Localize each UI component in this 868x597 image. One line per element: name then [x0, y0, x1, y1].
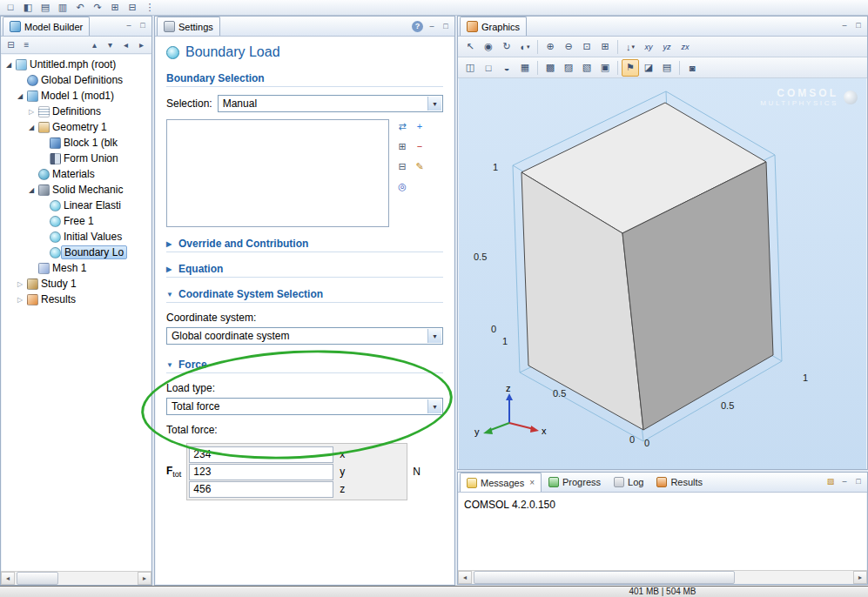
graphics-canvas[interactable]: z x y 10.5010.5000.51 COMSOL MULTIPHYSIC…: [459, 78, 866, 469]
scroll-thumb[interactable]: [17, 572, 58, 585]
scroll-left-icon[interactable]: ◂: [1, 572, 15, 585]
minimize-panel-icon[interactable]: –: [839, 477, 850, 486]
select-icon[interactable]: ↖: [461, 38, 479, 56]
collapse-arrow-icon[interactable]: ◢: [27, 186, 36, 194]
maximize-panel-icon[interactable]: □: [441, 22, 451, 31]
section-force[interactable]: ▼ Force: [166, 359, 443, 373]
scene-light-icon[interactable]: ◐▾: [516, 38, 534, 56]
zoom-to-selection-icon[interactable]: ◎: [394, 179, 410, 195]
open-file-icon[interactable]: ◧: [20, 1, 36, 14]
tree-item-materials[interactable]: Materials: [2, 166, 151, 182]
force-value-input[interactable]: 123: [189, 464, 333, 480]
section-override-and-contribution[interactable]: ▶ Override and Contribution: [166, 238, 443, 252]
selection-dropdown[interactable]: Manual ▼: [218, 95, 443, 112]
tree-menu-icon[interactable]: ≡: [20, 40, 33, 50]
expand-arrow-icon[interactable]: ▷: [27, 108, 36, 116]
tree-item-initial-values[interactable]: Initial Values: [2, 229, 151, 245]
tree-item-boundary-lo[interactable]: Boundary Lo: [2, 245, 151, 260]
tree-item-model-1-mod1[interactable]: ◢Model 1 (mod1): [2, 88, 151, 104]
move-up-icon[interactable]: ▴: [88, 40, 101, 50]
tab-messages[interactable]: Messages×: [460, 473, 542, 492]
collapse-arrow-icon[interactable]: ◢: [16, 92, 24, 100]
select-boundaries-icon[interactable]: ▨: [560, 59, 577, 77]
collapse-arrow-icon[interactable]: ◢: [27, 124, 36, 131]
tab-log[interactable]: Log: [608, 473, 649, 492]
paste-selection-icon[interactable]: ⊟: [394, 159, 410, 175]
maximize-panel-icon[interactable]: □: [138, 21, 148, 30]
click-and-hide-icon[interactable]: ◫: [461, 59, 479, 77]
select-points-icon[interactable]: ▣: [596, 59, 614, 77]
transparency-icon[interactable]: ◒: [498, 59, 515, 77]
load-type-dropdown[interactable]: Total force ▼: [166, 398, 443, 415]
coordinate-system-dropdown[interactable]: Global coordinate system ▼: [166, 327, 443, 345]
close-tab-icon[interactable]: ×: [529, 478, 535, 487]
section-coordinate-system-selection[interactable]: ▼ Coordinate System Selection: [166, 288, 443, 303]
tab-results[interactable]: Results: [650, 473, 709, 492]
zoom-box-icon[interactable]: ⊞: [596, 38, 614, 56]
copy-icon[interactable]: ⊞: [107, 1, 123, 14]
clear-messages-icon[interactable]: ▨: [825, 477, 836, 486]
view-unhide-icon[interactable]: □: [480, 59, 497, 77]
cube-3d-view[interactable]: z x y: [459, 78, 866, 469]
remove-from-selection-icon[interactable]: −: [412, 139, 427, 155]
minimize-panel-icon[interactable]: –: [427, 22, 437, 31]
scroll-right-icon[interactable]: ▸: [853, 571, 867, 584]
mouse-rotate-icon[interactable]: ⚑: [622, 59, 639, 77]
tree-item-results[interactable]: ▷Results: [2, 292, 151, 307]
view-zx-icon[interactable]: zx: [676, 38, 694, 56]
options-icon[interactable]: ⋮: [142, 1, 158, 14]
tree-item-global-definitions[interactable]: Global Definitions: [2, 72, 151, 88]
help-icon[interactable]: ?: [412, 21, 423, 32]
select-edges-icon[interactable]: ▧: [578, 59, 595, 77]
view-yz-icon[interactable]: yz: [658, 38, 676, 56]
tab-settings[interactable]: Settings: [157, 17, 220, 36]
messages-hscrollbar[interactable]: ◂ ▸: [458, 570, 867, 584]
tree-item-mesh-1[interactable]: Mesh 1: [2, 260, 151, 276]
clip-plane-icon[interactable]: ◪: [640, 59, 657, 77]
visibility-icon[interactable]: ◉: [480, 38, 497, 56]
maximize-panel-icon[interactable]: □: [853, 21, 864, 30]
tree-item-solid-mechanic[interactable]: ◢Solid Mechanic: [2, 182, 151, 198]
tree-item-free-1[interactable]: Free 1: [2, 213, 151, 229]
add-to-selection-icon[interactable]: +: [412, 119, 427, 135]
save-icon[interactable]: ▤: [37, 1, 53, 14]
zoom-in-icon[interactable]: ⊕: [542, 38, 559, 56]
collapse-all-icon[interactable]: ⊟: [4, 40, 17, 50]
clear-selection-icon[interactable]: ✎: [412, 159, 427, 175]
tree-item-form-union[interactable]: Form Union: [2, 151, 151, 166]
redo-icon[interactable]: ↷: [90, 1, 105, 14]
scroll-thumb[interactable]: [474, 571, 735, 584]
tab-graphics[interactable]: Graphics: [460, 17, 527, 36]
scroll-right-icon[interactable]: ▸: [138, 572, 151, 585]
tree-item-untitled-mph-root[interactable]: ◢Untitled.mph (root): [2, 57, 151, 72]
copy-selection-icon[interactable]: ⊞: [394, 139, 410, 155]
scene-print-icon[interactable]: ▤: [658, 59, 676, 77]
refresh-icon[interactable]: ↻: [498, 38, 515, 56]
scroll-left-icon[interactable]: ◂: [458, 571, 472, 584]
section-equation[interactable]: ▶ Equation: [166, 263, 443, 278]
zoom-out-icon[interactable]: ⊖: [560, 38, 577, 56]
expand-arrow-icon[interactable]: ▷: [16, 280, 24, 288]
select-domains-icon[interactable]: ▩: [542, 59, 559, 77]
minimize-panel-icon[interactable]: –: [839, 21, 850, 30]
expand-arrow-icon[interactable]: ▷: [16, 296, 24, 304]
tab-model-builder[interactable]: Model Builder: [3, 17, 90, 36]
create-selection-icon[interactable]: ⇄: [394, 119, 410, 135]
snapshot-icon[interactable]: ◙: [683, 59, 701, 77]
move-down-icon[interactable]: ▾: [104, 40, 117, 50]
paste-icon[interactable]: ⊟: [124, 1, 140, 14]
minimize-panel-icon[interactable]: –: [124, 21, 134, 30]
boundary-selection-list[interactable]: [166, 119, 389, 227]
tree-item-block-1-blk[interactable]: Block 1 (blk: [2, 135, 151, 151]
collapse-arrow-icon[interactable]: ◢: [4, 61, 13, 69]
undo-icon[interactable]: ↶: [72, 1, 88, 14]
tab-progress[interactable]: Progress: [542, 473, 607, 492]
model-builder-hscrollbar[interactable]: ◂ ▸: [1, 571, 151, 585]
tree-item-linear-elasti[interactable]: Linear Elasti: [2, 198, 151, 213]
next-node-icon[interactable]: ▸: [135, 40, 148, 50]
wireframe-icon[interactable]: ▦: [516, 59, 534, 77]
zoom-extents-icon[interactable]: ⊡: [578, 38, 595, 56]
view-xy-icon[interactable]: xy: [640, 38, 657, 56]
tree-item-geometry-1[interactable]: ◢Geometry 1: [2, 119, 151, 135]
force-value-input[interactable]: 456: [189, 481, 333, 498]
